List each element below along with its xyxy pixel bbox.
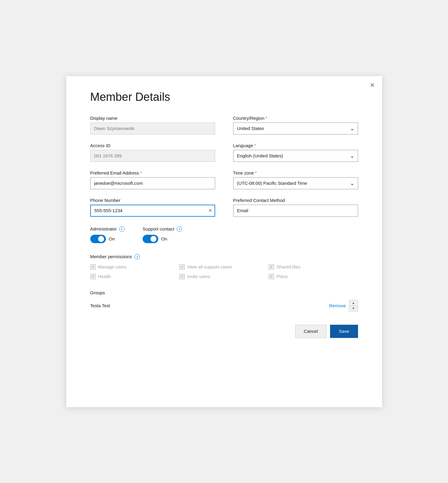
display-name-label: Display name — [90, 116, 215, 121]
phone-input[interactable] — [90, 205, 215, 217]
group-remove-link[interactable]: Remove — [329, 303, 346, 308]
support-contact-label: Support contact — [143, 226, 174, 231]
timezone-label: Time zone * — [233, 170, 358, 175]
support-contact-label-row: Support contact i — [143, 226, 182, 232]
shared-files-checkbox[interactable]: ✓ — [269, 264, 274, 270]
administrator-info-icon[interactable]: i — [119, 226, 125, 232]
permission-manage-users: ✓ Manage users — [90, 264, 180, 270]
invite-users-checkbox[interactable]: ✓ — [179, 274, 185, 279]
display-name-group: Display name — [90, 116, 215, 135]
permission-shared-files: ✓ Shared files — [269, 264, 358, 270]
permission-health: ✓ Health — [90, 274, 180, 279]
administrator-on-label: On — [109, 236, 115, 241]
toggles-section: Administrator i On Support contact i — [90, 226, 358, 243]
access-id-label: Access ID — [90, 143, 215, 148]
contact-method-input[interactable] — [233, 205, 358, 217]
invite-users-check-icon: ✓ — [181, 274, 184, 278]
form-grid: Display name Country/Region * United Sta… — [90, 116, 358, 217]
timezone-select-wrapper: (UTC-08:00) Pacific Standard Time ⌄ — [233, 177, 358, 189]
display-name-input[interactable] — [90, 122, 215, 135]
permissions-title: Member permissions i — [90, 254, 358, 259]
view-support-cases-label: View all support cases — [187, 264, 232, 269]
administrator-toggle-row: On — [90, 235, 125, 243]
phone-group: Phone Number ✕ — [90, 198, 215, 217]
group-name: Tesla Test — [90, 303, 110, 308]
group-actions: Remove ▲ ▼ — [329, 300, 358, 311]
support-contact-on-label: On — [161, 236, 167, 241]
shared-files-check-icon: ✓ — [270, 265, 273, 269]
group-row: Tesla Test Remove ▲ ▼ — [90, 299, 358, 313]
health-label: Health — [98, 274, 111, 279]
administrator-label-row: Administrator i — [90, 226, 125, 232]
country-select-wrapper: United States ⌄ — [233, 122, 358, 135]
contact-method-label: Preferred Contact Method — [233, 198, 358, 203]
manage-users-label: Manage users — [98, 264, 127, 269]
email-input[interactable] — [90, 177, 215, 189]
contact-method-group: Preferred Contact Method — [233, 198, 358, 217]
phone-clear-button[interactable]: ✕ — [208, 208, 212, 213]
permission-plans: ✓ Plans — [269, 274, 358, 279]
language-required-star: * — [254, 143, 256, 148]
language-select[interactable]: English (United States) — [233, 150, 358, 162]
language-group: Language * English (United States) ⌄ — [233, 143, 358, 162]
shared-files-label: Shared files — [277, 264, 300, 269]
timezone-select[interactable]: (UTC-08:00) Pacific Standard Time — [233, 177, 358, 189]
health-check-icon: ✓ — [91, 274, 94, 278]
language-select-wrapper: English (United States) ⌄ — [233, 150, 358, 162]
groups-section: Groups Tesla Test Remove ▲ ▼ — [90, 290, 358, 313]
permission-invite-users: ✓ Invite users — [179, 274, 269, 279]
member-details-modal: ✕ Member Details Display name Country/Re… — [66, 76, 382, 407]
plans-label: Plans — [277, 274, 288, 279]
cancel-button[interactable]: Cancel — [295, 325, 327, 338]
invite-users-label: Invite users — [187, 274, 210, 279]
timezone-group: Time zone * (UTC-08:00) Pacific Standard… — [233, 170, 358, 189]
manage-users-check-icon: ✓ — [91, 265, 94, 269]
country-select[interactable]: United States — [233, 122, 358, 135]
close-button[interactable]: ✕ — [370, 82, 375, 88]
save-button[interactable]: Save — [330, 325, 358, 338]
support-contact-info-icon[interactable]: i — [177, 226, 182, 232]
country-region-label: Country/Region * — [233, 116, 358, 121]
sort-up-button[interactable]: ▲ — [349, 300, 358, 306]
support-contact-toggle-row: On — [143, 235, 182, 243]
view-support-cases-checkbox[interactable]: ✓ — [179, 264, 185, 270]
email-label: Preferred Email Address * — [90, 170, 215, 175]
manage-users-checkbox[interactable]: ✓ — [90, 264, 96, 270]
permissions-section: Member permissions i ✓ Manage users ✓ Vi… — [90, 254, 358, 279]
groups-title: Groups — [90, 290, 358, 295]
sort-arrows: ▲ ▼ — [349, 300, 358, 311]
email-group: Preferred Email Address * — [90, 170, 215, 189]
access-id-input[interactable] — [90, 150, 215, 162]
timezone-required-star: * — [255, 171, 257, 175]
phone-label: Phone Number — [90, 198, 215, 203]
permissions-info-icon[interactable]: i — [134, 254, 140, 259]
footer-actions: Cancel Save — [90, 325, 358, 338]
sort-down-button[interactable]: ▼ — [349, 306, 358, 311]
administrator-toggle-group: Administrator i On — [90, 226, 125, 243]
health-checkbox[interactable]: ✓ — [90, 274, 96, 279]
support-contact-toggle-group: Support contact i On — [143, 226, 182, 243]
support-contact-toggle[interactable] — [143, 235, 158, 243]
country-required-star: * — [266, 116, 267, 120]
permission-view-support-cases: ✓ View all support cases — [179, 264, 269, 270]
administrator-label: Administrator — [90, 226, 117, 231]
language-label: Language * — [233, 143, 358, 148]
administrator-toggle[interactable] — [90, 235, 106, 243]
modal-title: Member Details — [90, 91, 358, 104]
permissions-grid: ✓ Manage users ✓ View all support cases … — [90, 264, 358, 279]
access-id-group: Access ID — [90, 143, 215, 162]
plans-checkbox[interactable]: ✓ — [269, 274, 274, 279]
phone-wrapper: ✕ — [90, 205, 215, 217]
plans-check-icon: ✓ — [270, 274, 273, 278]
email-required-star: * — [140, 171, 142, 175]
country-region-group: Country/Region * United States ⌄ — [233, 116, 358, 135]
view-support-cases-check-icon: ✓ — [181, 265, 184, 269]
